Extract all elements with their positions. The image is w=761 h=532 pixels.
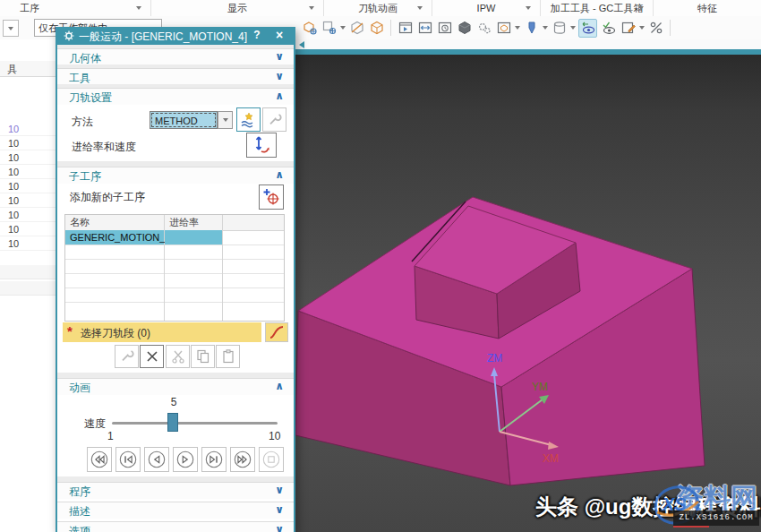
dropdown-caret-icon[interactable] [543,26,548,30]
chevron-up-icon[interactable]: ∧ [275,380,284,392]
select-toolpath-segment-row[interactable]: * 选择刀轨段 (0) [63,322,261,342]
blank-cylinder-icon[interactable] [551,20,568,37]
menu-label[interactable]: 特征 [697,2,717,15]
step-forward-button[interactable] [201,447,227,472]
hide-blank-icon[interactable] [348,20,365,37]
menu-group-operation[interactable]: 工序 [0,0,151,16]
group-header-geometry[interactable]: 几何体 ∨ [57,48,294,65]
speed-slider-track[interactable] [112,422,278,425]
table-cell-extra[interactable] [223,230,284,245]
feeds-speeds-button[interactable] [246,133,277,158]
table-row-empty[interactable] [65,245,284,260]
navigator-row[interactable]: 10 [0,193,56,208]
table-cell-name[interactable]: GENERIC_MOTION_4 [65,230,165,245]
chevron-up-icon[interactable]: ∧ [275,168,284,181]
menu-label[interactable]: IPW [477,3,496,13]
menu-group-ipw[interactable]: IPW [432,0,541,16]
edit-method-button[interactable] [262,107,286,132]
cut-suboperation-button[interactable] [166,345,190,368]
go-to-start-button[interactable] [87,447,112,472]
navigator-column-header[interactable]: 具 [0,61,56,77]
speed-slider-handle[interactable] [167,413,178,432]
chevron-down-icon[interactable]: ∨ [275,70,284,82]
help-button[interactable]: ? [251,29,263,43]
dropdown-caret-icon[interactable] [570,26,576,30]
selection-scope-caret[interactable] [3,20,19,37]
shaded-cube-icon[interactable] [456,20,473,37]
navigator-row[interactable]: 10 [0,222,56,236]
delete-suboperation-button[interactable] [140,345,164,368]
mcs-display-icon[interactable] [578,19,597,38]
resize-window-icon[interactable] [416,20,433,37]
navigator-row[interactable]: 10 [0,122,56,136]
segment-curve-button[interactable] [265,322,288,342]
eye-check-icon[interactable] [600,20,617,37]
table-row-empty[interactable] [65,259,284,274]
add-suboperation-button[interactable] [259,184,284,210]
dropdown-caret-icon[interactable] [340,26,346,30]
group-header-suboperation[interactable]: 子工序 ∧ [57,167,294,184]
group-header-tool[interactable]: 工具 ∨ [57,68,294,85]
chevron-down-icon[interactable]: ∨ [275,484,284,496]
group-header-animation[interactable]: 动画 ∧ [57,378,294,395]
group-header-description[interactable]: 描述 ∨ [57,502,294,519]
chevron-up-icon[interactable]: ∧ [275,90,284,102]
new-method-button[interactable] [236,107,261,132]
locate-tool-icon[interactable] [321,20,338,37]
table-row-empty[interactable] [65,273,284,288]
assembly-gears-icon[interactable] [475,20,492,37]
navigator-row[interactable]: 10 [0,165,56,179]
menu-label[interactable]: 工序 [20,2,39,15]
chevron-down-icon[interactable]: ∨ [275,50,284,63]
go-to-end-button[interactable] [230,447,255,472]
menu-label[interactable]: 刀轨动画 [358,2,398,15]
suboperation-table[interactable]: 名称 进给率 GENERIC_MOTION_4 [64,214,285,322]
table-row-empty[interactable] [65,302,284,321]
show-tool-icon[interactable] [301,20,318,37]
dropdown-caret-icon[interactable] [417,6,423,10]
wire-cube-icon[interactable] [368,20,385,37]
group-header-options[interactable]: 选项 ∨ [57,521,294,532]
group-header-program[interactable]: 程序 ∨ [57,482,294,499]
play-button[interactable] [173,447,198,472]
table-cell-feed[interactable] [165,230,223,245]
group-header-toolpath-settings[interactable]: 刀轨设置 ∧ [57,88,294,105]
edit-display-icon[interactable] [620,20,637,37]
menu-group-toolpath-animation[interactable]: 刀轨动画 [324,0,432,16]
edit-suboperation-button[interactable] [115,345,139,368]
table-header-name[interactable]: 名称 [65,215,165,230]
animation-window-icon[interactable] [397,20,414,37]
dropdown-caret-icon[interactable] [639,26,645,30]
paste-suboperation-button[interactable] [216,345,240,368]
stop-button[interactable] [259,447,284,472]
machine-window-icon[interactable] [495,20,512,37]
chevron-down-icon[interactable]: ∨ [275,503,284,516]
navigator-row[interactable]: 10 [0,179,56,193]
graphics-viewport[interactable]: ZM YM XM 头条 @ug数控编程资料网 资料网 XS ZL.XS1616.… [295,39,761,532]
dialog-titlebar[interactable]: 一般运动 - [GENERIC_MOTION_4] ? × [57,27,294,45]
step-back-button[interactable] [115,447,141,472]
dropdown-caret-icon[interactable] [136,6,141,10]
table-row-empty[interactable] [65,287,284,303]
no-show-icon[interactable] [647,20,664,37]
navigator-row[interactable]: 10 [0,136,56,150]
dropdown-caret-icon[interactable] [309,6,314,10]
method-dropdown[interactable]: METHOD [150,111,218,129]
menu-label[interactable]: 加工工具 - GC工具箱 [551,2,643,15]
dropdown-caret-icon[interactable] [526,6,531,10]
part-scene[interactable]: ZM YM XM [295,39,761,532]
simulate-window-icon[interactable] [436,20,453,37]
table-header-feed[interactable]: 进给率 [165,215,223,230]
table-row[interactable]: GENERIC_MOTION_4 [65,230,284,245]
dropdown-caret-icon[interactable] [515,26,520,30]
menu-group-feature[interactable]: 特征 [654,0,761,16]
close-button[interactable]: × [272,28,286,43]
navigator-row[interactable]: 10 [0,236,56,251]
navigator-row[interactable]: 10 [0,150,56,165]
chevron-down-icon[interactable]: ∨ [275,523,284,532]
play-back-button[interactable] [144,447,169,472]
navigator-row[interactable]: 10 [0,208,56,222]
dropdown-caret-icon[interactable] [638,6,644,10]
method-dropdown-caret[interactable] [218,111,233,129]
copy-suboperation-button[interactable] [191,345,215,368]
